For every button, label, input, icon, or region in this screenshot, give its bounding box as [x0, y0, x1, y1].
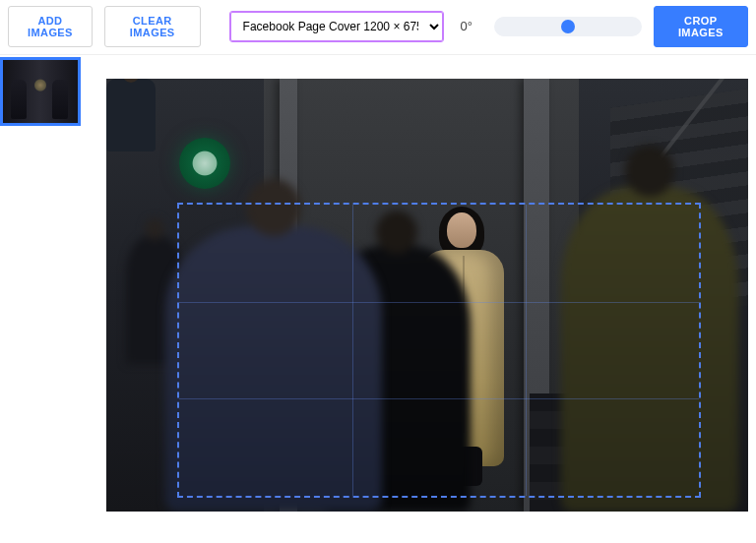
crop-grid-line: [352, 205, 353, 496]
thumbnail-image: [3, 60, 78, 123]
crop-grid-line: [179, 398, 699, 399]
logo-circle-icon: [179, 138, 230, 189]
crop-grid-line: [526, 205, 527, 496]
crop-grid-line: [179, 302, 699, 303]
canvas-wrap: [83, 55, 756, 543]
crop-images-button[interactable]: CROP IMAGES: [654, 6, 748, 47]
crop-selection[interactable]: [177, 203, 701, 498]
aspect-preset-select[interactable]: Facebook Page Cover 1200 × 675: [230, 12, 443, 41]
rotate-slider[interactable]: [494, 17, 642, 36]
rotate-control: 0°: [461, 17, 642, 36]
top-toolbar: ADD IMAGES CLEAR IMAGES Facebook Page Co…: [0, 0, 756, 55]
thumbnail-strip: [0, 55, 83, 543]
clear-images-button[interactable]: CLEAR IMAGES: [104, 6, 201, 47]
rotate-degree-label: 0°: [461, 19, 484, 33]
image-canvas[interactable]: [106, 79, 748, 512]
content-area: [0, 55, 756, 543]
add-images-button[interactable]: ADD IMAGES: [8, 6, 93, 47]
thumbnail-item[interactable]: [0, 57, 81, 126]
figure-seated: [106, 79, 156, 151]
